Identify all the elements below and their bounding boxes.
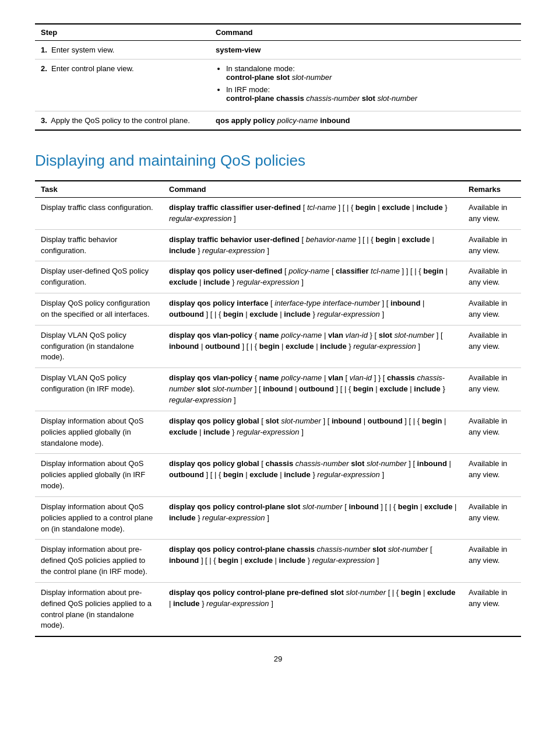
table-row: Display traffic behavior configuration.d… [35, 229, 521, 261]
remarks-cell: Available in any view. [463, 454, 521, 497]
task-cell: Display traffic behavior configuration. [35, 229, 163, 261]
command-cell: display qos policy control-plane pre-def… [163, 582, 463, 636]
table-row: 1. Enter system view. system-view [35, 41, 521, 60]
table-row: Display traffic class configuration.disp… [35, 198, 521, 230]
remarks-cell: Available in any view. [463, 496, 521, 540]
remarks-cell: Available in any view. [463, 261, 521, 293]
remarks-cell: Available in any view. [463, 293, 521, 326]
command-cell: display traffic classifier user-defined … [163, 198, 463, 230]
remarks-cell: Available in any view. [463, 540, 521, 583]
command-cell: In standalone mode:control-plane slot sl… [210, 60, 521, 111]
task-cell: Display traffic class configuration. [35, 198, 163, 230]
command-cell: display qos policy user-defined [ policy… [163, 261, 463, 293]
task-cell: Display VLAN QoS policy configuration (i… [35, 325, 163, 368]
table-row: Display VLAN QoS policy configuration (i… [35, 325, 521, 368]
command-cell: qos apply policy policy-name inbound [210, 111, 521, 131]
step-cell: 1. Enter system view. [35, 41, 210, 60]
task-col-header: Task [35, 181, 163, 198]
task-cell: Display information about QoS policies a… [35, 454, 163, 497]
table-row: Display information about QoS policies a… [35, 411, 521, 454]
command-cell: display traffic behavior user-defined [ … [163, 229, 463, 261]
command-cell: display qos vlan-policy { name policy-na… [163, 368, 463, 411]
table-row: Display user-defined QoS policy configur… [35, 261, 521, 293]
step-number: 3. [41, 116, 47, 125]
table-row: Display information about pre-defined Qo… [35, 540, 521, 583]
step-col-header: Step [35, 24, 210, 41]
page-number: 29 [35, 654, 521, 663]
section-title: Displaying and maintaining QoS policies [35, 152, 521, 170]
table-row: 3. Apply the QoS policy to the control p… [35, 111, 521, 131]
command-cell: display qos policy control-plane slot sl… [163, 496, 463, 540]
task-cell: Display VLAN QoS policy configuration (i… [35, 368, 163, 411]
step-number: 1. [41, 46, 47, 54]
remarks-cell: Available in any view. [463, 229, 521, 261]
task-cell: Display information about pre-defined Qo… [35, 540, 163, 583]
remarks-cell: Available in any view. [463, 582, 521, 636]
remarks-cell: Available in any view. [463, 411, 521, 454]
task-cell: Display information about QoS policies a… [35, 496, 163, 540]
step-cell: 3. Apply the QoS policy to the control p… [35, 111, 210, 131]
table-row: Display QoS policy configuration on the … [35, 293, 521, 326]
remarks-col-header: Remarks [463, 181, 521, 198]
task-cell: Display information about pre-defined Qo… [35, 582, 163, 636]
step-number: 2. [41, 64, 47, 73]
command-cell: display qos policy control-plane chassis… [163, 540, 463, 583]
command-col-header2: Command [163, 181, 463, 198]
remarks-cell: Available in any view. [463, 325, 521, 368]
command-cell: display qos policy interface [ interface… [163, 293, 463, 326]
table-row: Display information about QoS policies a… [35, 496, 521, 540]
step-table: Step Command 1. Enter system view. syste… [35, 23, 521, 131]
table-row: 2. Enter control plane view. In standalo… [35, 60, 521, 111]
command-cell: system-view [210, 41, 521, 60]
table-row: Display information about QoS policies a… [35, 454, 521, 497]
remarks-cell: Available in any view. [463, 198, 521, 230]
task-cell: Display information about QoS policies a… [35, 411, 163, 454]
table-row: Display VLAN QoS policy configuration (i… [35, 368, 521, 411]
remarks-cell: Available in any view. [463, 368, 521, 411]
command-cell: display qos vlan-policy { name policy-na… [163, 325, 463, 368]
command-cell: display qos policy global [ chassis chas… [163, 454, 463, 497]
task-cell: Display user-defined QoS policy configur… [35, 261, 163, 293]
command-col-header: Command [210, 24, 521, 41]
table-row: Display information about pre-defined Qo… [35, 582, 521, 636]
task-table: Task Command Remarks Display traffic cla… [35, 180, 521, 637]
task-cell: Display QoS policy configuration on the … [35, 293, 163, 326]
command-cell: display qos policy global [ slot slot-nu… [163, 411, 463, 454]
step-cell: 2. Enter control plane view. [35, 60, 210, 111]
